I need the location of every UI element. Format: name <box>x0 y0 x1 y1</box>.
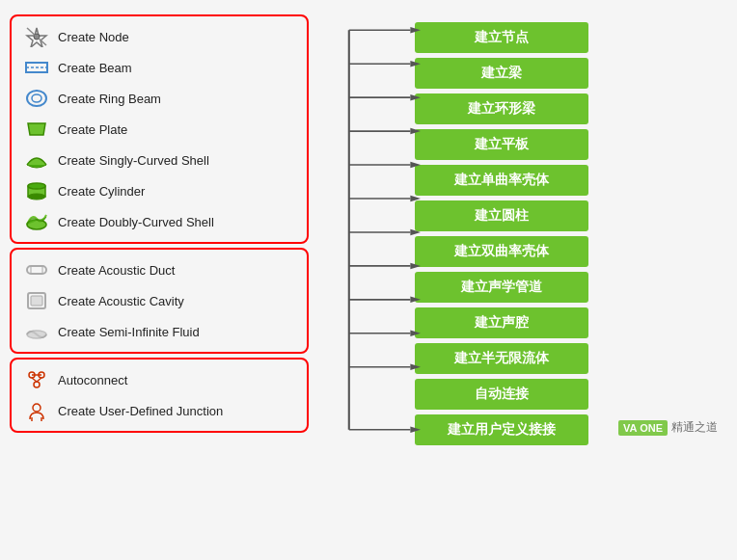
menu-item-create-user-defined-junction[interactable]: Create User-Defined Junction <box>19 396 299 425</box>
menu-item-create-plate[interactable]: Create Plate <box>19 115 299 144</box>
acoustic-cavity-icon <box>23 289 50 312</box>
btn-jian-li-acoustic-cavity[interactable]: 建立声腔 <box>415 307 588 338</box>
btn-jian-li-doubly-curved[interactable]: 建立双曲率壳体 <box>415 236 588 267</box>
semi-infinite-fluid-icon <box>23 320 50 343</box>
node-icon <box>23 25 50 48</box>
svg-point-10 <box>28 194 45 200</box>
create-beam-label: Create Beam <box>58 61 132 75</box>
btn-jian-li-single-curved[interactable]: 建立单曲率壳体 <box>415 165 588 196</box>
svg-point-9 <box>28 183 45 189</box>
menu-item-create-singly-curved-shell[interactable]: Create Singly-Curved Shell <box>19 146 299 174</box>
btn-jian-li-jie-dian[interactable]: 建立节点 <box>415 22 588 53</box>
create-acoustic-cavity-label: Create Acoustic Cavity <box>58 294 184 308</box>
singly-curved-icon <box>23 148 50 172</box>
autoconnect-label: Autoconnect <box>58 373 127 387</box>
svg-point-17 <box>27 331 46 338</box>
menu-item-create-node[interactable]: Create Node <box>19 22 299 51</box>
beam-icon <box>23 56 50 79</box>
group-box-2: Create Acoustic Duct Create Acoustic Cav… <box>10 248 309 354</box>
ring-beam-icon <box>23 87 50 110</box>
cylinder-icon <box>23 179 50 202</box>
btn-jian-li-semi-infinite[interactable]: 建立半无限流体 <box>415 343 588 374</box>
main-container: Create Node Create Beam <box>0 0 737 560</box>
btn-jian-li-acoustic-duct[interactable]: 建立声学管道 <box>415 272 588 303</box>
svg-marker-7 <box>28 123 45 135</box>
svg-line-21 <box>32 378 37 382</box>
create-ring-beam-label: Create Ring Beam <box>58 92 161 106</box>
svg-point-6 <box>32 94 41 102</box>
create-doubly-curved-shell-label: Create Doubly-Curved Shell <box>58 215 214 229</box>
acoustic-duct-icon <box>23 258 50 281</box>
menu-item-create-acoustic-cavity[interactable]: Create Acoustic Cavity <box>19 286 299 315</box>
create-singly-curved-shell-label: Create Singly-Curved Shell <box>58 153 209 168</box>
create-acoustic-duct-label: Create Acoustic Duct <box>58 263 175 278</box>
left-panel: Create Node Create Beam <box>10 14 309 433</box>
svg-point-5 <box>27 91 46 106</box>
watermark-logo: VA ONE <box>618 420 668 436</box>
menu-item-autoconnect[interactable]: Autoconnect <box>19 365 299 394</box>
btn-auto-connect[interactable]: 自动连接 <box>415 379 588 410</box>
btn-jian-li-ping-ban[interactable]: 建立平板 <box>415 129 588 160</box>
svg-line-22 <box>37 378 41 382</box>
group-box-1: Create Node Create Beam <box>10 14 309 244</box>
svg-point-20 <box>34 382 40 387</box>
menu-item-create-acoustic-duct[interactable]: Create Acoustic Duct <box>19 255 299 284</box>
menu-item-create-semi-infinite-fluid[interactable]: Create Semi-Infinite Fluid <box>19 317 299 346</box>
create-cylinder-label: Create Cylinder <box>58 184 145 199</box>
user-junction-icon <box>23 399 50 422</box>
plate-icon <box>23 118 50 141</box>
btn-jian-li-liang[interactable]: 建立梁 <box>415 58 588 89</box>
svg-rect-16 <box>31 296 42 306</box>
watermark: VA ONE 精通之道 <box>618 419 718 436</box>
watermark-text: 精通之道 <box>671 419 718 436</box>
green-buttons-column: 建立节点 建立梁 建立环形梁 建立平板 建立单曲率壳体 建立圆柱 建立双曲率壳体… <box>415 14 727 445</box>
menu-item-create-cylinder[interactable]: Create Cylinder <box>19 176 299 205</box>
create-node-label: Create Node <box>58 30 129 44</box>
doubly-curved-icon <box>23 210 50 233</box>
create-plate-label: Create Plate <box>58 122 127 137</box>
menu-item-create-doubly-curved-shell[interactable]: Create Doubly-Curved Shell <box>19 207 299 236</box>
svg-rect-12 <box>27 266 46 274</box>
btn-jian-li-yuan-zhu[interactable]: 建立圆柱 <box>415 200 588 231</box>
btn-user-defined-junction[interactable]: 建立用户定义接接 <box>415 414 588 445</box>
menu-item-create-ring-beam[interactable]: Create Ring Beam <box>19 84 299 113</box>
right-panel: 建立节点 建立梁 建立环形梁 建立平板 建立单曲率壳体 建立圆柱 建立双曲率壳体… <box>318 14 727 445</box>
create-semi-infinite-fluid-label: Create Semi-Infinite Fluid <box>58 325 200 339</box>
create-user-defined-junction-label: Create User-Defined Junction <box>58 404 223 418</box>
group-box-3: Autoconnect Create User-Defined Junction <box>10 358 309 433</box>
svg-point-24 <box>33 404 41 412</box>
btn-jian-li-huan-xing-liang[interactable]: 建立环形梁 <box>415 93 588 124</box>
autoconnect-icon <box>23 368 50 391</box>
menu-item-create-beam[interactable]: Create Beam <box>19 53 299 82</box>
